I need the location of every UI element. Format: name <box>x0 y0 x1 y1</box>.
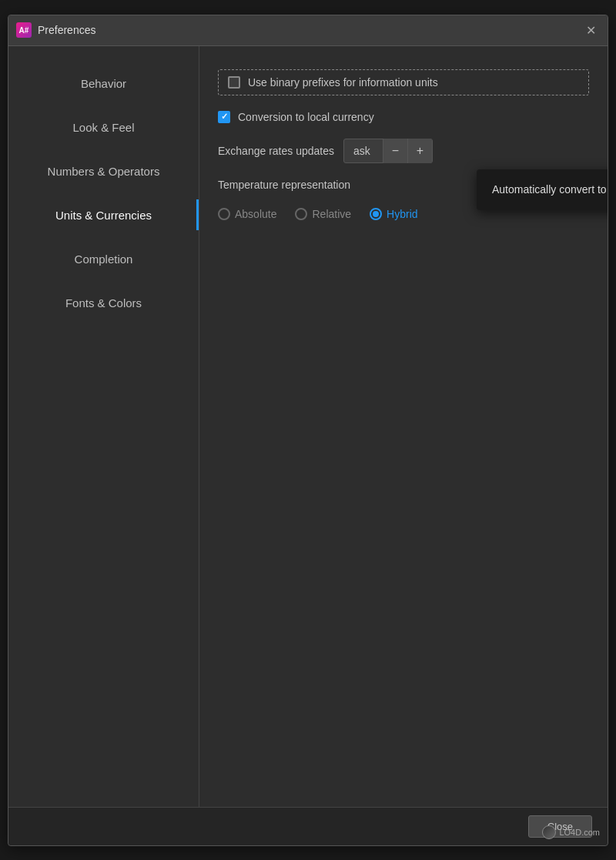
binary-prefixes-checkbox-container[interactable]: Use binary prefixes for information unit… <box>218 69 589 95</box>
exchange-rates-minus-button[interactable]: − <box>383 139 407 163</box>
exchange-rates-value: ask <box>344 145 383 157</box>
binary-prefixes-row: Use binary prefixes for information unit… <box>218 69 589 95</box>
exchange-rates-control: ask − + <box>343 139 433 163</box>
sidebar-item-completion[interactable]: Completion <box>8 237 199 281</box>
sidebar: Behavior Look & Feel Numbers & Operators… <box>8 46 199 807</box>
exchange-rates-row: Exchange rates updates ask − + <box>218 139 589 163</box>
local-currency-row: Conversion to local currency <box>218 111 589 123</box>
temperature-relative-option[interactable]: Relative <box>295 208 351 220</box>
temperature-hybrid-option[interactable]: Hybrid <box>370 208 417 220</box>
sidebar-item-units-currencies[interactable]: Units & Currencies <box>8 193 199 237</box>
temperature-absolute-option[interactable]: Absolute <box>218 208 276 220</box>
app-icon: A# <box>16 22 32 38</box>
temperature-hybrid-label: Hybrid <box>387 208 417 220</box>
temperature-relative-radio[interactable] <box>295 208 307 220</box>
lo4d-logo-icon <box>542 825 556 839</box>
lo4d-watermark: LO4D.com <box>542 825 600 839</box>
exchange-rates-plus-button[interactable]: + <box>407 139 432 163</box>
tooltip: Automatically convert to the local curre… <box>477 169 608 210</box>
local-currency-label: Conversion to local currency <box>238 111 374 123</box>
sidebar-item-behavior[interactable]: Behavior <box>8 62 199 105</box>
content-area: Use binary prefixes for information unit… <box>199 46 608 807</box>
temperature-absolute-label: Absolute <box>235 208 276 220</box>
preferences-window: A# Preferences ✕ Behavior Look & Feel Nu… <box>8 15 608 846</box>
temperature-relative-label: Relative <box>312 208 351 220</box>
temperature-absolute-radio[interactable] <box>218 208 230 220</box>
sidebar-item-fonts-colors[interactable]: Fonts & Colors <box>8 281 199 325</box>
window-footer: Close LO4D.com <box>8 807 608 845</box>
sidebar-item-look-feel[interactable]: Look & Feel <box>8 105 199 149</box>
local-currency-checkbox-container[interactable]: Conversion to local currency <box>218 111 374 123</box>
binary-prefixes-checkbox[interactable] <box>228 76 240 89</box>
window-title: Preferences <box>38 24 581 36</box>
tooltip-text: Automatically convert to the local curre… <box>492 183 608 196</box>
sidebar-item-numbers-operators[interactable]: Numbers & Operators <box>8 149 199 193</box>
window-close-button[interactable]: ✕ <box>581 21 600 39</box>
temperature-hybrid-radio[interactable] <box>370 208 382 220</box>
binary-prefixes-label: Use binary prefixes for information unit… <box>248 76 438 89</box>
local-currency-checkbox[interactable] <box>218 111 230 123</box>
window-body: Behavior Look & Feel Numbers & Operators… <box>8 46 608 807</box>
lo4d-text: LO4D.com <box>559 828 600 837</box>
exchange-rates-label: Exchange rates updates <box>218 145 334 157</box>
titlebar: A# Preferences ✕ <box>8 15 608 46</box>
temperature-label: Temperature representation <box>218 179 350 191</box>
